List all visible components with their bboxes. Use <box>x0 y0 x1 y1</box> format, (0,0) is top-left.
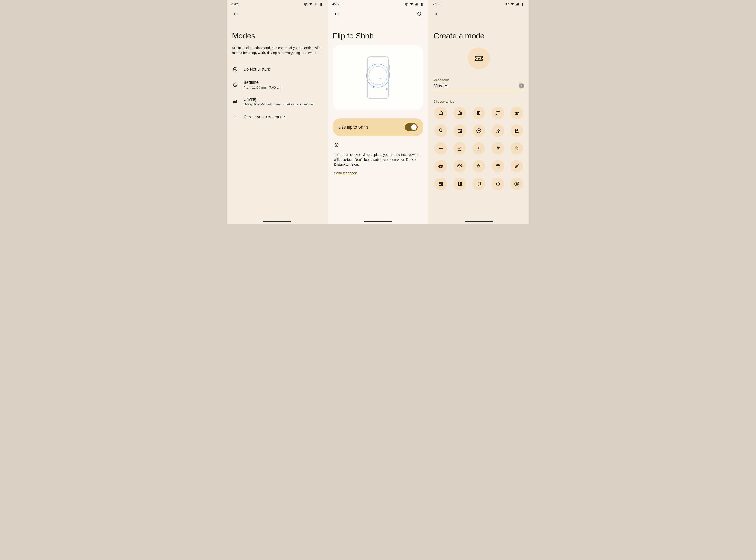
svg-point-71 <box>442 166 442 167</box>
info-text: To turn on Do Not Disturb, place your ph… <box>334 152 422 167</box>
status-time: 4:46 <box>433 2 439 6</box>
mute-icon <box>505 2 509 6</box>
screen-create: 4:46 Create a mode Mode name Mo <box>429 0 529 224</box>
flip-toggle[interactable]: Use flip to Shhh <box>333 118 423 136</box>
field-label: Mode name <box>434 78 524 82</box>
mode-name-input[interactable]: Movies <box>434 83 519 88</box>
page-subtitle: Minimise distractions and take control o… <box>227 42 327 62</box>
choose-icon-label: Choose an icon <box>429 90 529 107</box>
svg-text:♪: ♪ <box>380 76 382 80</box>
wifi-icon <box>511 2 514 6</box>
dumbbell-icon[interactable] <box>435 142 447 155</box>
hiking-icon[interactable] <box>473 142 485 155</box>
back-button[interactable] <box>433 9 442 19</box>
wifi-icon <box>309 2 313 6</box>
dnd-icon[interactable] <box>473 124 485 137</box>
svg-point-15 <box>418 12 421 15</box>
status-bar: 4:46 <box>327 0 429 8</box>
gesture-bar <box>465 221 493 222</box>
flip-illustration: ♪ ♪ ♪ <box>333 45 423 111</box>
back-button[interactable] <box>231 9 240 19</box>
svg-rect-3 <box>321 3 321 3</box>
dance-icon[interactable] <box>492 142 504 155</box>
svg-rect-13 <box>421 3 422 6</box>
svg-point-73 <box>459 165 460 165</box>
svg-rect-79 <box>440 182 440 184</box>
svg-rect-37 <box>478 112 478 112</box>
selected-icon-preview[interactable] <box>468 47 490 69</box>
briefcase-icon[interactable] <box>435 107 447 119</box>
tools-icon[interactable] <box>511 160 523 173</box>
bulb-icon[interactable] <box>435 124 447 137</box>
ticket-icon <box>474 53 484 63</box>
yoga-icon[interactable] <box>511 142 523 155</box>
mode-item-bedtime[interactable]: Bedtime From 11:00 pm – 7:00 am <box>229 76 326 93</box>
mute-icon <box>304 2 307 6</box>
mode-item-sub: Using device's motion and Bluetooth conn… <box>244 102 322 106</box>
page-title: Modes <box>227 20 327 42</box>
mode-item-title: Driving <box>244 97 322 102</box>
back-icon <box>435 11 440 17</box>
search-icon <box>417 11 422 17</box>
mode-item-dnd[interactable]: Do Not Disturb <box>229 62 326 76</box>
snowflake-icon[interactable]: ❄ <box>473 160 485 173</box>
svg-rect-14 <box>422 3 422 3</box>
icon-grid: ❄ <box>429 107 529 195</box>
leaf-icon[interactable] <box>492 178 504 190</box>
signal-icon <box>516 2 519 6</box>
back-icon <box>233 11 238 17</box>
svg-rect-60 <box>442 148 443 149</box>
signal-icon <box>314 2 318 6</box>
calendar-icon[interactable] <box>453 124 466 137</box>
gamepad-icon[interactable] <box>435 160 447 173</box>
mode-item-create[interactable]: Create your own mode <box>229 110 326 124</box>
svg-rect-31 <box>522 3 523 3</box>
toggle-switch[interactable] <box>404 123 418 131</box>
umbrella-icon[interactable] <box>492 160 504 173</box>
svg-rect-80 <box>440 182 441 184</box>
book-icon[interactable] <box>473 178 485 190</box>
group-icon[interactable] <box>511 107 523 119</box>
mode-item-driving[interactable]: Driving Using device's motion and Blueto… <box>229 93 326 110</box>
svg-rect-61 <box>439 148 442 148</box>
svg-rect-30 <box>522 3 523 6</box>
swimming-icon[interactable] <box>453 142 466 155</box>
svg-point-46 <box>516 112 518 113</box>
send-feedback-link[interactable]: Send feedback <box>334 171 422 175</box>
status-icons <box>304 2 323 6</box>
mode-item-title: Do Not Disturb <box>244 67 322 72</box>
svg-point-66 <box>516 146 517 147</box>
running-icon[interactable] <box>492 124 504 137</box>
wellness-icon[interactable] <box>511 178 523 190</box>
svg-point-74 <box>460 165 461 166</box>
svg-point-62 <box>460 147 461 148</box>
search-button[interactable] <box>415 9 424 19</box>
status-time: 4:42 <box>232 2 238 6</box>
bank-icon[interactable] <box>453 107 466 119</box>
svg-rect-17 <box>367 57 389 99</box>
back-button[interactable] <box>332 9 341 19</box>
svg-text:♪: ♪ <box>385 86 388 91</box>
chat-icon[interactable] <box>492 107 504 119</box>
svg-rect-18 <box>389 65 390 71</box>
palette-icon[interactable] <box>453 160 466 173</box>
svg-rect-40 <box>478 113 478 113</box>
svg-rect-53 <box>460 131 461 132</box>
mode-item-title: Create your own mode <box>244 115 322 119</box>
status-icons <box>505 2 524 6</box>
page-title: Flip to Shhh <box>327 20 429 42</box>
flag-icon[interactable] <box>511 124 523 137</box>
building-icon[interactable] <box>473 107 485 119</box>
piano-icon[interactable] <box>435 178 447 190</box>
svg-text:♪: ♪ <box>372 84 374 89</box>
svg-point-20 <box>366 64 390 87</box>
status-bar: 4:46 <box>429 0 529 8</box>
mode-name-field[interactable]: Mode name Movies <box>429 69 529 90</box>
dnd-icon <box>232 66 238 73</box>
moon-icon <box>232 81 238 88</box>
svg-point-48 <box>518 112 519 113</box>
battery-icon <box>521 2 524 6</box>
film-icon[interactable] <box>453 178 466 190</box>
signal-icon <box>415 2 419 6</box>
svg-point-72 <box>458 165 459 166</box>
